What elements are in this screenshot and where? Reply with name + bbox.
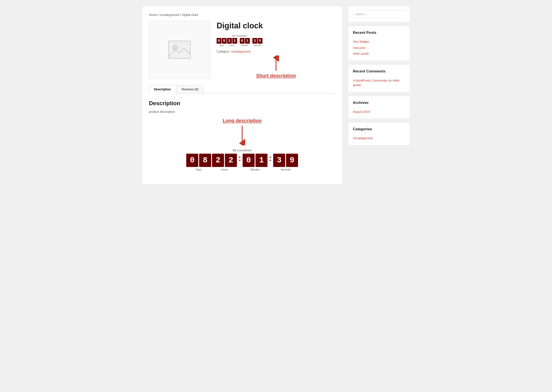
countdown-display-mini: 0 8 Days 2 2 Hours xyxy=(217,38,262,47)
recent-post-1[interactable]: new post xyxy=(353,46,405,50)
product-section: Digital clock My Countdown 0 8 Days xyxy=(149,21,335,79)
main-content: Home / Uncategorized / Digital clock xyxy=(142,7,342,184)
days-label-lg: Days xyxy=(196,168,202,171)
countdown-title-lg: My Countdown xyxy=(233,149,252,152)
seconds-segment-mini: 3 9 Seconds xyxy=(252,38,262,47)
countdown-large-display: 0 8 Days 2 2 Hours : xyxy=(186,154,298,171)
breadcrumb-current: Digital clock xyxy=(182,13,198,17)
categories-title: Categories xyxy=(353,127,405,133)
short-desc-arrow-up xyxy=(269,56,283,73)
hour-digit-1-lg: 2 xyxy=(225,154,237,167)
recent-comment-text: A WordPress Commenter on Hello world! xyxy=(353,78,405,88)
hours-label-mini: Hours xyxy=(229,44,235,47)
archives-widget: Archives August 2019 xyxy=(348,96,410,119)
days-label-mini: Days xyxy=(219,44,224,47)
seconds-segment-lg: 3 9 Seconds xyxy=(273,154,298,171)
placeholder-svg xyxy=(168,40,191,60)
minutes-label-lg: Minutes xyxy=(250,168,260,171)
desc-heading: Description xyxy=(149,100,335,107)
page-wrapper: Home / Uncategorized / Digital clock xyxy=(138,0,414,191)
category-link[interactable]: Uncategorized xyxy=(231,50,250,53)
min-digit-1-mini: 1 xyxy=(245,38,250,44)
search-input[interactable] xyxy=(352,10,406,18)
archives-title: Archives xyxy=(353,101,405,107)
seconds-label-mini: Seconds xyxy=(254,44,261,47)
sec-digit-1-lg: 9 xyxy=(286,154,298,167)
countdown-large: My Countdown 0 8 Days 2 2 xyxy=(149,149,335,171)
countdown-label-mini: My Countdown xyxy=(217,35,262,37)
product-image-box xyxy=(149,21,210,79)
recent-post-2[interactable]: Hello world! xyxy=(353,52,405,56)
seconds-label-lg: Seconds xyxy=(281,168,291,171)
short-desc-label: Short description xyxy=(256,73,296,79)
commenter-link[interactable]: A WordPress Commenter xyxy=(353,79,387,82)
hour-digit-1-mini: 2 xyxy=(232,38,237,44)
search-widget xyxy=(348,7,410,22)
category-0[interactable]: Uncategorized xyxy=(353,136,405,140)
recent-posts-widget: Recent Posts Test Widget new post Hello … xyxy=(348,26,410,60)
hours-segment-lg: 2 2 Hours xyxy=(212,154,237,171)
breadcrumb-uncategorized[interactable]: Uncategorized xyxy=(160,13,179,17)
day-digit-1-mini: 8 xyxy=(222,38,227,44)
recent-comments-title: Recent Comments xyxy=(353,69,405,75)
colon-2-lg: : xyxy=(269,154,272,167)
breadcrumb-home[interactable]: Home xyxy=(149,13,157,17)
product-title: Digital clock xyxy=(217,21,335,30)
recent-post-0[interactable]: Test Widget xyxy=(353,40,405,44)
sec-digit-0-lg: 3 xyxy=(273,154,285,167)
svg-point-1 xyxy=(173,45,177,50)
colon-1-lg: : xyxy=(238,154,241,167)
recent-comments-widget: Recent Comments A WordPress Commenter on… xyxy=(348,65,410,92)
days-segment-lg: 0 8 Days xyxy=(186,154,211,171)
hours-segment-mini: 2 2 Hours xyxy=(227,38,237,47)
day-digit-0-mini: 0 xyxy=(217,38,221,44)
min-digit-0-lg: 0 xyxy=(243,154,255,167)
colon-1-mini: : xyxy=(238,38,239,46)
long-desc-annotation: Long description xyxy=(149,118,335,145)
min-digit-0-mini: 0 xyxy=(240,38,245,44)
desc-text: product description xyxy=(149,110,335,113)
categories-widget: Categories Uncategorized xyxy=(348,123,410,145)
svg-rect-0 xyxy=(169,41,191,58)
category-label: Category: xyxy=(217,50,230,53)
hour-digit-0-lg: 2 xyxy=(212,154,224,167)
day-digit-0-lg: 0 xyxy=(186,154,198,167)
product-image-placeholder xyxy=(168,40,191,60)
sec-digit-1-mini: 9 xyxy=(258,38,262,44)
minutes-segment-lg: 0 1 Minutes xyxy=(243,154,268,171)
sidebar: Recent Posts Test Widget new post Hello … xyxy=(348,7,410,184)
long-desc-label: Long description xyxy=(223,118,262,124)
min-digit-1-lg: 1 xyxy=(255,154,268,167)
short-desc-annotation: Short description xyxy=(217,56,335,79)
long-desc-arrow-down xyxy=(236,124,249,145)
product-details: Digital clock My Countdown 0 8 Days xyxy=(217,21,335,79)
breadcrumb: Home / Uncategorized / Digital clock xyxy=(149,13,335,17)
day-digit-1-lg: 8 xyxy=(199,154,211,167)
minutes-label-mini: Minutes xyxy=(241,44,248,47)
tab-description[interactable]: Description xyxy=(149,85,176,93)
minutes-segment-mini: 0 1 Minutes xyxy=(240,38,250,47)
recent-posts-title: Recent Posts xyxy=(353,31,405,37)
product-category: Category: Uncategorized xyxy=(217,50,335,53)
sec-digit-0-mini: 3 xyxy=(252,38,257,44)
days-segment-mini: 0 8 Days xyxy=(217,38,227,47)
tab-reviews[interactable]: Reviews (0) xyxy=(177,85,204,93)
desc-section: Description product description Long des… xyxy=(149,100,335,178)
countdown-mini: My Countdown 0 8 Days xyxy=(217,35,262,47)
colon-2-mini: : xyxy=(250,38,252,46)
hours-label-lg: Hours xyxy=(221,168,228,171)
hour-digit-0-mini: 2 xyxy=(227,38,232,44)
tabs-bar: Description Reviews (0) xyxy=(149,85,335,93)
archive-0[interactable]: August 2019 xyxy=(353,110,405,114)
